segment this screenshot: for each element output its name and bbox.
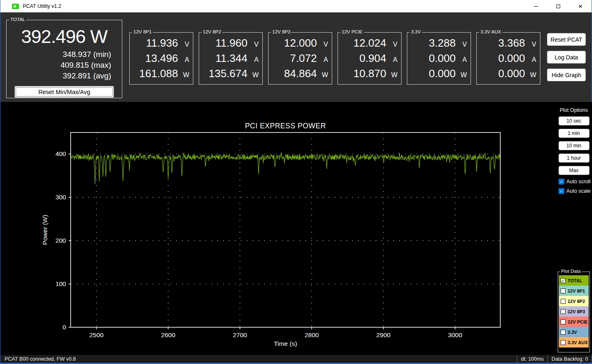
total-min-value: 348.937 (min) [7, 49, 111, 60]
svg-text:2500: 2500 [89, 331, 104, 338]
svg-text:2800: 2800 [304, 331, 319, 338]
legend-item-12v-pcie[interactable]: 12V PCIE [559, 317, 589, 327]
svg-text:400: 400 [55, 150, 66, 157]
watts-unit: W [252, 71, 259, 79]
rail-panel-12v-pcie: 12V PCIE 12.024V 0.904A 10.870W [338, 32, 402, 85]
rail-watts: 0.000 [498, 67, 525, 80]
range-10sec-button[interactable]: 10 sec [559, 116, 590, 125]
svg-text:Power (W): Power (W) [41, 215, 48, 245]
plot-data-panel: Plot Data ✓TOTAL 12V 8P1 12V 8P2 12V 8P3… [558, 272, 590, 352]
hide-graph-button[interactable]: Hide Graph [547, 69, 586, 81]
app-window: PCAT Utility v1.2 ✕ TOTAL 392.496 W 348.… [0, 0, 592, 364]
rail-volts: 3.368 [498, 37, 525, 50]
amps-unit: A [183, 56, 189, 64]
svg-text:0: 0 [62, 324, 66, 331]
legend-item-12v-8p3[interactable]: 12V 8P3 [559, 306, 589, 317]
svg-text:PCI EXPRESS POWER: PCI EXPRESS POWER [245, 122, 326, 130]
dt-status: dt: 100ms [517, 355, 547, 363]
rail-volts: 11.960 [215, 37, 247, 50]
amps-unit: A [322, 56, 328, 64]
rail-amps: 11.344 [215, 52, 247, 65]
close-button[interactable]: ✕ [569, 0, 592, 12]
rail-watts: 135.674 [209, 67, 247, 80]
volts-unit: V [461, 41, 467, 48]
rail-volts: 11.936 [146, 37, 178, 50]
range-max-button[interactable]: Max [559, 166, 590, 175]
maximize-button[interactable] [547, 0, 569, 12]
checkbox-checked-icon: ✓ [559, 179, 564, 184]
rail-panel-3v3: 3.3V 3.288V 0.000A 0.000W [407, 32, 471, 85]
amps-unit: A [461, 56, 467, 64]
watts-unit: W [183, 71, 189, 79]
legend-item-total[interactable]: ✓TOTAL [559, 275, 589, 286]
watts-unit: W [391, 71, 397, 79]
rail-label: 12V 8P1 [132, 29, 153, 34]
total-max-value: 409.815 (max) [7, 60, 111, 71]
amps-unit: A [391, 56, 397, 64]
legend-checkbox [561, 319, 566, 324]
rail-amps: 0.000 [429, 52, 456, 65]
legend-item-3v3[interactable]: 3.3V [559, 327, 589, 337]
svg-text:Time (s): Time (s) [274, 340, 297, 347]
rail-label: 12V PCIE [340, 29, 364, 34]
connection-status: PCAT B00 connected, FW v0.8 [0, 356, 517, 362]
reset-pcat-button[interactable]: Reset PCAT [547, 33, 586, 46]
watts-unit: W [461, 71, 467, 79]
rail-label: 12V 8P3 [271, 29, 292, 34]
rail-panel-12v-8p3: 12V 8P3 12.000V 7.072A 84.864W [268, 32, 332, 85]
range-10min-button[interactable]: 10 min [559, 141, 590, 150]
chart-area: 2500260027002800290030000100200300400PCI… [0, 102, 555, 355]
range-1hour-button[interactable]: 1 hour [559, 154, 590, 163]
legend-checkbox [561, 288, 566, 293]
rail-panel-12v-8p2: 12V 8P2 11.960V 11.344A 135.674W [199, 32, 263, 85]
auto-scale-checkbox[interactable]: ✓ Auto scale [559, 188, 592, 194]
auto-scroll-checkbox[interactable]: ✓ Auto scroll [559, 179, 592, 184]
legend-checkbox [561, 309, 566, 314]
rail-label: 3.3V AUX [479, 29, 502, 34]
svg-text:300: 300 [55, 194, 66, 201]
data-backlog-status: Data Backlog: 0 [547, 355, 592, 363]
watts-unit: W [322, 71, 328, 79]
measurement-panel: TOTAL 392.496 W 348.937 (min) 409.815 (m… [0, 12, 592, 102]
checkbox-checked-icon: ✓ [559, 188, 564, 194]
volts-unit: V [391, 41, 397, 48]
plot-sidebar: Plot Options 10 sec 1 min 10 min 1 hour … [555, 102, 592, 355]
rail-watts: 161.088 [139, 67, 178, 80]
legend-item-12v-8p1[interactable]: 12V 8P1 [559, 286, 589, 296]
rail-volts: 3.288 [429, 37, 456, 50]
log-data-button[interactable]: Log Data [547, 51, 586, 64]
rail-watts: 84.864 [284, 67, 317, 80]
svg-text:2700: 2700 [233, 331, 247, 338]
legend-item-12v-8p2[interactable]: 12V 8P2 [559, 296, 589, 306]
legend-item-3v3-aux[interactable]: 3.3V AUX [559, 337, 589, 347]
amps-unit: A [530, 56, 536, 64]
nvidia-logo-icon [12, 4, 19, 9]
amps-unit: A [252, 56, 259, 64]
legend-checkbox [561, 330, 566, 335]
legend-checkbox: ✓ [561, 278, 566, 283]
rail-amps: 0.904 [359, 52, 386, 65]
rail-amps: 0.000 [498, 52, 525, 65]
svg-text:2900: 2900 [376, 331, 391, 338]
plot-options-title: Plot Options [555, 107, 592, 113]
rail-panel-12v-8p1: 12V 8P1 11.936V 13.496A 161.088W [129, 32, 193, 85]
rail-label: 3.3V [410, 29, 422, 34]
svg-text:3000: 3000 [448, 331, 462, 338]
window-title: PCAT Utility v1.2 [23, 3, 61, 9]
rail-volts: 12.024 [353, 37, 386, 50]
rail-amps: 7.072 [290, 52, 317, 65]
minimize-button[interactable] [525, 0, 547, 12]
volts-unit: V [252, 41, 259, 48]
total-avg-value: 392.891 (avg) [7, 71, 111, 81]
rail-watts: 0.000 [429, 67, 456, 80]
title-bar: PCAT Utility v1.2 ✕ [0, 0, 592, 12]
rail-panel-3v3-aux: 3.3V AUX 3.368V 0.000A 0.000W [476, 32, 540, 85]
power-chart: 2500260027002800290030000100200300400PCI… [0, 102, 555, 355]
reset-min-max-avg-button[interactable]: Reset Min/Max/Avg [14, 86, 114, 98]
plot-data-title: Plot Data [560, 269, 582, 274]
total-power-panel: TOTAL 392.496 W 348.937 (min) 409.815 (m… [6, 20, 122, 98]
rail-label: 12V 8P2 [202, 29, 222, 34]
range-1min-button[interactable]: 1 min [559, 129, 590, 138]
rail-volts: 12.000 [284, 37, 317, 50]
rail-amps: 13.496 [145, 52, 178, 65]
